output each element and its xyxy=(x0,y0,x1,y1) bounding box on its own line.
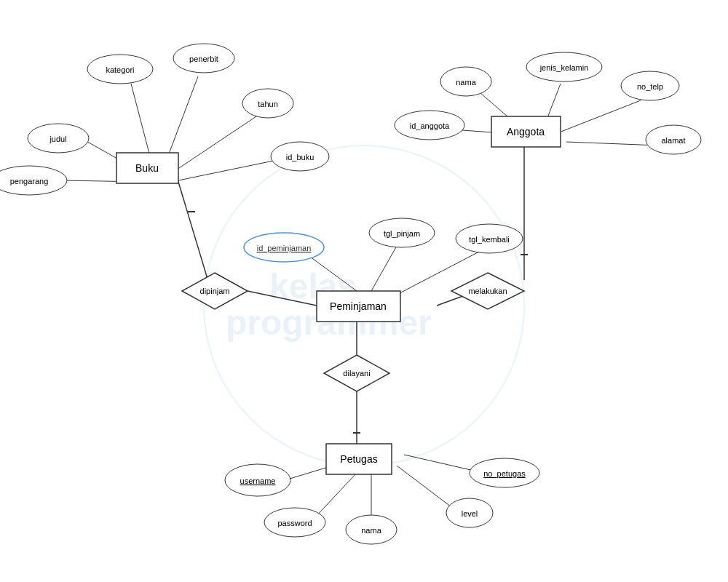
attr-id-buku-label: id_buku xyxy=(286,153,314,162)
attr-password-label: password xyxy=(277,519,312,527)
attr-username-label: username xyxy=(240,477,276,485)
relationship-dipinjam-label: dipinjam xyxy=(200,287,230,295)
svg-line-29 xyxy=(397,466,457,511)
attr-tahun-label: tahun xyxy=(258,100,278,108)
attr-no-petugas-label: no_petugas xyxy=(483,469,526,478)
svg-line-14 xyxy=(178,182,211,291)
svg-line-24 xyxy=(371,246,397,291)
attr-tgl-kembali-label: tgl_kembali xyxy=(469,235,510,244)
entity-peminjaman-label: Peminjaman xyxy=(330,300,387,312)
attr-nama-anggota-label: nama xyxy=(456,78,476,87)
attr-penerbit-label: penerbit xyxy=(189,55,218,63)
entity-anggota-label: Anggota xyxy=(507,126,545,137)
svg-line-12 xyxy=(566,142,659,146)
attr-jenis-kelamin-label: jenis_kelamin xyxy=(539,63,589,72)
attr-id-anggota-label: id_anggota xyxy=(410,121,450,130)
attr-kategori-label: kategori xyxy=(106,65,134,74)
svg-line-11 xyxy=(559,100,641,132)
attr-judul-label: judul xyxy=(49,135,66,143)
attr-no-telp-label: no_telp xyxy=(637,82,663,91)
attr-alamat-label: alamat xyxy=(661,136,685,145)
attr-id-peminjaman-label: id_peminjaman xyxy=(257,244,312,252)
svg-line-27 xyxy=(314,473,357,518)
relationship-dilayani-label: dilayani xyxy=(343,369,370,378)
attr-level-label: level xyxy=(462,509,478,518)
attr-pengarang-label: pengarang xyxy=(10,177,49,186)
attr-nama-petugas-label: nama xyxy=(361,526,381,535)
svg-line-7 xyxy=(175,115,258,171)
entity-buku-label: Buku xyxy=(135,162,159,174)
relationship-melakukan-label: melakukan xyxy=(468,287,507,295)
entity-petugas-label: Petugas xyxy=(340,453,377,465)
attr-tgl-pinjam-label: tgl_pinjam xyxy=(384,229,420,238)
